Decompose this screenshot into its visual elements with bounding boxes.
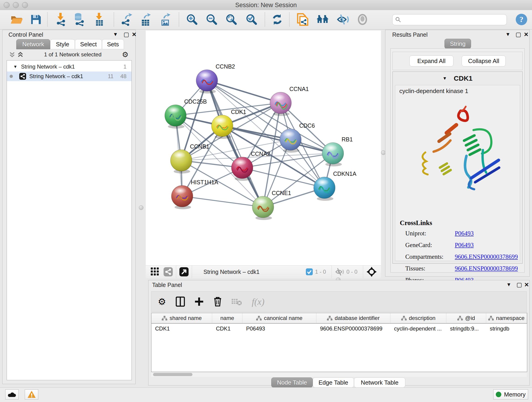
expand-all-button[interactable]: Expand All: [409, 56, 453, 66]
tab-node-table[interactable]: Node Table: [271, 377, 313, 388]
application-window: Session: New Session: [0, 0, 532, 402]
birdseye-crosshair-icon[interactable]: [366, 267, 377, 277]
network-node-HIST1H1A[interactable]: HIST1H1A: [171, 179, 218, 209]
grid-view-icon[interactable]: [151, 268, 159, 276]
column-header-label: database identifier: [335, 315, 380, 321]
selected-checkbox-icon[interactable]: [306, 268, 313, 275]
show-panel-eye-icon[interactable]: [356, 13, 369, 26]
column-header[interactable]: name: [212, 313, 242, 323]
network-edge[interactable]: [207, 80, 263, 207]
home-icon[interactable]: [316, 13, 329, 26]
table-cell[interactable]: CDK1: [152, 324, 212, 334]
table-cell[interactable]: 9606.ENSP00000378699: [317, 324, 390, 334]
add-column-icon[interactable]: [195, 297, 204, 307]
table-horizontal-scrollbar[interactable]: [151, 372, 527, 377]
column-header[interactable]: canonical name: [242, 313, 317, 323]
search-box[interactable]: [392, 14, 507, 25]
cloud-button[interactable]: [5, 389, 19, 400]
tab-edge-table[interactable]: Edge Table: [313, 377, 354, 388]
right-splitter-handle[interactable]: [381, 150, 386, 155]
zoom-in-icon[interactable]: [186, 13, 198, 26]
collapse-all-button[interactable]: Collapse All: [462, 56, 506, 66]
table-cell[interactable]: P06493: [242, 324, 317, 334]
tab-network[interactable]: Network: [16, 39, 50, 49]
gear-icon[interactable]: ⚙: [122, 50, 128, 59]
tab-select[interactable]: Select: [75, 39, 102, 49]
open-in-new-window-icon[interactable]: [179, 267, 189, 276]
table-cell[interactable]: stringdb:9...: [446, 324, 486, 334]
expand-all-icon[interactable]: [17, 51, 24, 58]
maximize-panel-icon[interactable]: ▢: [515, 32, 521, 37]
column-header[interactable]: namespace: [486, 313, 527, 323]
zoom-selected-icon[interactable]: [245, 13, 258, 26]
network-graph[interactable]: CCNB2CCNA1CDC25BCDK1CDC6RB1CCNB1CCNA2CDK…: [146, 31, 381, 265]
close-panel-icon[interactable]: ✕: [524, 282, 529, 288]
title-bar: Session: New Session: [0, 0, 532, 10]
crosslink-link[interactable]: 9606.ENSP00000378699: [455, 265, 518, 272]
scrollbar-thumb[interactable]: [153, 373, 192, 376]
table-row[interactable]: CDK1CDK1P064939606.ENSP00000378699cyclin…: [152, 324, 527, 334]
network-edge[interactable]: [182, 196, 263, 207]
network-node-CCNE1[interactable]: CCNE1: [252, 190, 291, 220]
export-table-icon[interactable]: [139, 13, 152, 26]
close-panel-icon[interactable]: ✕: [132, 32, 137, 37]
save-session-icon[interactable]: [29, 13, 42, 26]
network-edge[interactable]: [207, 80, 281, 103]
refresh-icon[interactable]: [271, 13, 284, 26]
crosslink-link[interactable]: 9606.ENSP00000378699: [455, 253, 518, 260]
crosslink-link[interactable]: P06493: [455, 230, 474, 237]
search-input[interactable]: [403, 16, 504, 23]
delete-column-trash-icon[interactable]: [213, 296, 222, 307]
zoom-fit-icon[interactable]: [225, 13, 238, 26]
hide-panel-eye-icon[interactable]: [336, 13, 349, 26]
column-header[interactable]: shared name: [152, 313, 212, 323]
left-splitter-handle[interactable]: [139, 205, 143, 210]
maximize-panel-icon[interactable]: ▢: [516, 282, 522, 288]
duplicate-network-icon[interactable]: [296, 13, 309, 26]
tab-style[interactable]: Style: [50, 39, 75, 49]
gene-section-header[interactable]: ▼ CDK1: [393, 72, 522, 85]
close-panel-icon[interactable]: ✕: [524, 32, 529, 37]
table-cell[interactable]: CDK1: [212, 324, 242, 334]
collapse-all-icon[interactable]: [9, 51, 15, 58]
import-network-database-icon[interactable]: [72, 13, 85, 26]
network-node-CCNB2[interactable]: CCNB2: [196, 63, 235, 94]
network-node-CDKN1A[interactable]: CDKN1A: [314, 171, 356, 201]
open-file-icon[interactable]: [10, 13, 23, 26]
memory-button[interactable]: Memory: [493, 389, 528, 400]
crosslink-link[interactable]: P06493: [455, 242, 474, 249]
string-results-container: Expand All Collapse All ▼ CDK1 cyclin-de…: [390, 48, 525, 273]
show-columns-icon[interactable]: [176, 297, 185, 307]
import-table-icon[interactable]: [93, 13, 105, 26]
table-panel-title: Table Panel: [152, 282, 182, 288]
help-icon[interactable]: ?: [515, 13, 528, 26]
network-view-share-icon[interactable]: [164, 267, 173, 276]
protein-structure-image: [411, 97, 505, 191]
table-cell[interactable]: stringdb: [486, 324, 527, 334]
table-settings-gear-icon[interactable]: ⚙: [158, 297, 166, 306]
network-node-CDK1[interactable]: CDK1: [211, 109, 246, 139]
export-network-icon[interactable]: [120, 13, 133, 26]
tab-sets[interactable]: Sets: [102, 39, 124, 49]
collapse-triangle-icon[interactable]: ▼: [443, 76, 447, 81]
zoom-out-icon[interactable]: [205, 13, 218, 26]
import-network-file-icon[interactable]: [54, 13, 67, 26]
table-cell[interactable]: cyclin-dependent ...: [390, 324, 447, 334]
network-row[interactable]: String Network – cdk1 11 48: [7, 71, 132, 81]
export-image-icon[interactable]: [159, 13, 172, 26]
tab-network-table[interactable]: Network Table: [354, 377, 405, 388]
column-header[interactable]: @id: [446, 313, 486, 323]
column-header[interactable]: database identifier: [317, 313, 390, 323]
float-panel-icon[interactable]: ▼: [506, 282, 511, 287]
column-header[interactable]: description: [390, 313, 447, 323]
network-view-toolbar: String Network – cdk1 1 - 0 0 - 0: [146, 265, 381, 278]
float-panel-icon[interactable]: ▼: [505, 32, 510, 37]
network-collection-row[interactable]: ▼ String Network – cdk1 1: [7, 62, 132, 71]
results-actions: Expand All Collapse All: [393, 52, 523, 70]
maximize-panel-icon[interactable]: ▢: [123, 32, 129, 37]
warnings-button[interactable]: [25, 389, 38, 400]
collapse-triangle-icon[interactable]: ▼: [13, 64, 17, 69]
float-panel-icon[interactable]: ▼: [113, 32, 118, 37]
network-node-RB1[interactable]: RB1: [322, 136, 353, 166]
tab-string[interactable]: String: [444, 39, 471, 49]
